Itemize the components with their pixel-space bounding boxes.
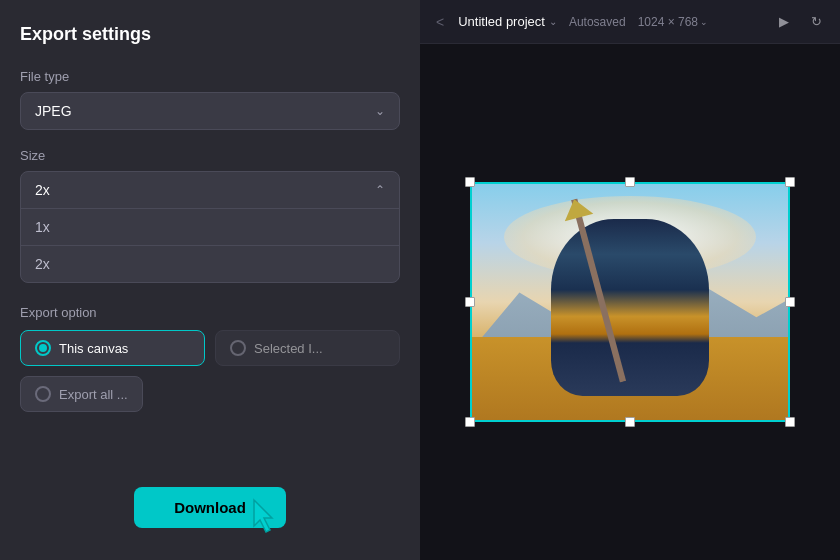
autosaved-status: Autosaved <box>569 15 626 29</box>
size-chevron-icon: ⌄ <box>700 17 708 27</box>
fantasy-artwork <box>472 184 788 420</box>
canvas-area[interactable] <box>420 44 840 560</box>
canvas-dimensions: 1024 × 768 <box>638 15 698 29</box>
canvas-size: 1024 × 768 ⌄ <box>638 15 708 29</box>
radio-circle-active <box>35 340 51 356</box>
size-dropdown[interactable]: 2x ⌃ 1x 2x <box>20 171 400 283</box>
radio-inner-dot <box>39 344 47 352</box>
handle-top-right[interactable] <box>785 177 795 187</box>
cursor-arrow-icon <box>250 498 282 538</box>
file-type-value: JPEG <box>35 103 72 119</box>
project-name-text: Untitled project <box>458 14 545 29</box>
size-selected-item[interactable]: 2x ⌃ <box>21 172 399 209</box>
file-type-select[interactable]: JPEG ⌄ <box>20 92 400 130</box>
project-name: Untitled project ⌄ <box>458 14 557 29</box>
handle-bottom-left[interactable] <box>465 417 475 427</box>
export-settings-panel: Export settings File type JPEG ⌄ Size 2x… <box>0 0 420 560</box>
toolbar-icons: ▶ ↻ <box>770 8 830 36</box>
handle-middle-left[interactable] <box>465 297 475 307</box>
export-all-label: Export all ... <box>59 387 128 402</box>
size-label: Size <box>20 148 400 163</box>
chevron-down-icon: ⌄ <box>375 104 385 118</box>
selected-option[interactable]: Selected I... <box>215 330 400 366</box>
canvas-image <box>470 182 790 422</box>
file-type-label: File type <box>20 69 400 84</box>
play-icon[interactable]: ▶ <box>770 8 798 36</box>
handle-middle-right[interactable] <box>785 297 795 307</box>
handle-bottom-right[interactable] <box>785 417 795 427</box>
top-bar: < Untitled project ⌄ Autosaved 1024 × 76… <box>420 0 840 44</box>
chevron-up-icon: ⌃ <box>375 183 385 197</box>
radio-circle-inactive <box>230 340 246 356</box>
canvas-frame <box>470 182 790 422</box>
size-option-2x[interactable]: 2x <box>21 245 399 282</box>
project-chevron-icon: ⌄ <box>549 16 557 27</box>
canvas-panel: < Untitled project ⌄ Autosaved 1024 × 76… <box>420 0 840 560</box>
export-option-group: This canvas Selected I... <box>20 330 400 366</box>
this-canvas-label: This canvas <box>59 341 128 356</box>
selected-label: Selected I... <box>254 341 323 356</box>
handle-top-center[interactable] <box>625 177 635 187</box>
export-all-option[interactable]: Export all ... <box>20 376 143 412</box>
export-all-radio <box>35 386 51 402</box>
download-area: Download <box>20 487 400 536</box>
handle-top-left[interactable] <box>465 177 475 187</box>
this-canvas-option[interactable]: This canvas <box>20 330 205 366</box>
panel-title: Export settings <box>20 24 400 45</box>
handle-bottom-center[interactable] <box>625 417 635 427</box>
refresh-icon[interactable]: ↻ <box>802 8 830 36</box>
nav-back-button[interactable]: < <box>430 10 450 34</box>
size-option-1x[interactable]: 1x <box>21 209 399 245</box>
size-selected-value: 2x <box>35 182 50 198</box>
size-section: Size 2x ⌃ 1x 2x <box>20 148 400 301</box>
svg-marker-0 <box>254 500 272 532</box>
export-option-label: Export option <box>20 305 400 320</box>
